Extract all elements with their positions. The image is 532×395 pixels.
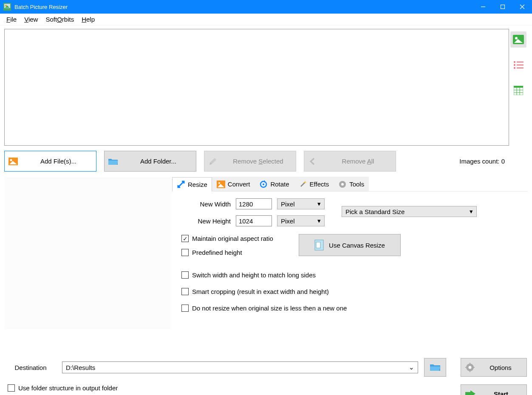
resize-icon [177, 180, 185, 189]
tab-resize[interactable]: Resize [172, 177, 212, 192]
switch-wh-checkbox[interactable] [181, 271, 189, 279]
image-list-canvas[interactable] [4, 29, 509, 146]
svg-point-15 [514, 67, 515, 69]
minimize-button[interactable] [473, 0, 493, 14]
svg-rect-42 [465, 392, 470, 395]
images-count-label: Images count: 0 [459, 158, 528, 165]
app-icon [3, 3, 11, 11]
view-grid-button[interactable] [510, 82, 526, 99]
svg-rect-38 [470, 363, 470, 364]
remove-selected-button: Remove Selected [204, 151, 296, 172]
svg-point-11 [514, 61, 515, 63]
new-width-label: New Width [180, 200, 231, 208]
menu-view[interactable]: View [20, 14, 42, 24]
start-button[interactable]: Start [461, 384, 527, 395]
canvas-resize-button[interactable]: Use Canvas Resize [299, 234, 401, 256]
menu-softorbits[interactable]: SoftOrbits [42, 14, 78, 24]
broom-icon [207, 157, 219, 166]
folder-icon [107, 158, 119, 165]
svg-point-2 [5, 5, 7, 6]
folder-open-icon [430, 363, 441, 372]
options-button[interactable]: Options [461, 358, 527, 377]
predefined-height-label: Predefined height [192, 249, 242, 256]
svg-rect-40 [465, 367, 467, 368]
tab-effects[interactable]: Effects [294, 177, 334, 191]
svg-marker-43 [470, 390, 475, 395]
height-unit-select[interactable]: Pixel ▾ [277, 215, 325, 226]
maintain-ratio-checkbox[interactable] [181, 235, 189, 242]
maximize-button[interactable] [493, 0, 512, 14]
svg-rect-39 [470, 370, 470, 372]
tab-tools[interactable]: Tools [334, 177, 369, 191]
destination-label: Destination [5, 364, 56, 371]
add-folder-button[interactable]: Add Folder... [104, 151, 196, 172]
menu-file[interactable]: File [3, 14, 20, 24]
gear-icon [465, 363, 475, 372]
maintain-ratio-label: Maintain original aspect ratio [192, 235, 273, 242]
svg-point-24 [10, 159, 12, 161]
chevron-down-icon: ▾ [317, 200, 321, 208]
chevron-down-icon: ⌄ [409, 364, 414, 371]
remove-all-button: Remove All [304, 151, 396, 172]
svg-point-27 [218, 182, 220, 184]
menu-help[interactable]: Help [78, 14, 99, 24]
predefined-height-checkbox[interactable] [181, 249, 189, 256]
tab-strip: Resize Convert Rotate Effects Tools [172, 177, 528, 192]
close-button[interactable] [512, 0, 532, 14]
back-arrow-icon [307, 158, 319, 165]
image-icon [7, 158, 19, 165]
no-resize-smaller-label: Do not resize when original size is less… [192, 305, 347, 312]
tab-rotate[interactable]: Rotate [255, 177, 294, 191]
play-arrow-icon [465, 389, 475, 395]
svg-point-9 [515, 37, 518, 40]
gear-icon [338, 180, 347, 189]
smart-crop-checkbox[interactable] [181, 288, 189, 295]
svg-rect-35 [316, 242, 320, 248]
svg-rect-18 [514, 87, 523, 95]
smart-crop-label: Smart cropping (result in exact width an… [192, 288, 329, 295]
svg-rect-5 [501, 5, 505, 9]
svg-point-13 [514, 64, 515, 66]
new-height-label: New Height [180, 217, 231, 225]
destination-select[interactable]: D:\Results ⌄ [62, 361, 418, 373]
svg-point-30 [263, 183, 264, 185]
rotate-icon [259, 180, 268, 189]
no-resize-smaller-checkbox[interactable] [181, 305, 189, 312]
canvas-icon [314, 240, 324, 251]
svg-point-37 [469, 366, 472, 369]
wand-icon [299, 180, 307, 189]
use-folder-structure-label: Use folder structure in output folder [18, 384, 118, 392]
new-height-input[interactable] [236, 215, 272, 226]
svg-line-31 [301, 182, 305, 186]
window-title: Batch Picture Resizer [14, 4, 473, 10]
chevron-down-icon: ▾ [470, 208, 473, 215]
new-width-input[interactable] [236, 198, 272, 209]
switch-wh-label: Switch width and height to match long si… [192, 271, 316, 279]
tab-convert[interactable]: Convert [212, 177, 255, 191]
add-files-button[interactable]: Add File(s)... [4, 151, 96, 172]
preview-pane [4, 177, 172, 330]
chevron-down-icon: ▾ [317, 217, 321, 225]
view-list-button[interactable] [510, 57, 526, 73]
browse-folder-button[interactable] [424, 358, 446, 377]
standard-size-select[interactable]: Pick a Standard Size ▾ [342, 206, 477, 217]
svg-rect-17 [514, 86, 523, 87]
svg-point-33 [341, 183, 344, 186]
menubar: File View SoftOrbits Help [0, 14, 532, 25]
view-thumbnails-button[interactable] [510, 31, 526, 48]
titlebar: Batch Picture Resizer [0, 0, 532, 14]
svg-rect-41 [473, 367, 475, 368]
width-unit-select[interactable]: Pixel ▾ [277, 198, 325, 209]
convert-icon [217, 181, 225, 188]
use-folder-structure-checkbox[interactable] [8, 384, 15, 392]
